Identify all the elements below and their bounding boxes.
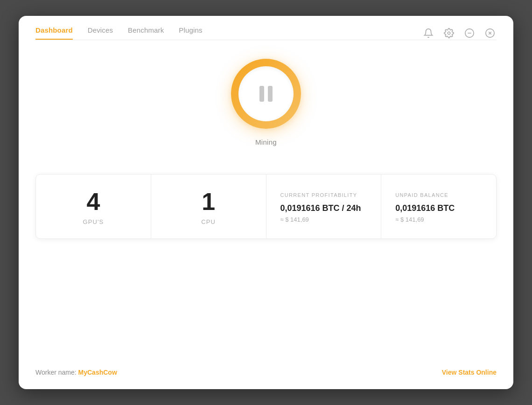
worker-label: Worker name: MyCashCow: [35, 369, 117, 376]
mining-toggle-button[interactable]: [231, 59, 301, 129]
cpu-label: CPU: [201, 218, 216, 225]
nav-item-dashboard[interactable]: Dashboard: [35, 26, 73, 40]
balance-value: 0,0191616 BTC: [395, 203, 455, 213]
gpu-label: GPU'S: [83, 218, 104, 225]
stat-gpu: 4 GPU'S: [36, 175, 151, 238]
profitability-value: 0,0191616 BTC / 24h: [280, 203, 361, 213]
stat-profitability: CURRENT PROFITABILITY 0,0191616 BTC / 24…: [266, 175, 382, 238]
stats-row: 4 GPU'S 1 CPU CURRENT PROFITABILITY 0,01…: [35, 174, 497, 239]
view-stats-link[interactable]: View Stats Online: [442, 369, 497, 376]
profitability-header: CURRENT PROFITABILITY: [280, 192, 357, 198]
pause-bar-left: [259, 86, 264, 102]
bell-icon[interactable]: [422, 27, 435, 40]
nav-item-plugins[interactable]: Plugins: [179, 26, 202, 40]
worker-prefix: Worker name:: [35, 369, 78, 376]
header-actions: [422, 27, 497, 40]
header: Dashboard Devices Benchmark Plugins: [19, 16, 513, 40]
worker-name: MyCashCow: [78, 369, 117, 376]
footer: Worker name: MyCashCow View Stats Online: [19, 369, 513, 389]
profitability-usd: ≈ $ 141,69: [280, 216, 309, 223]
pause-icon: [259, 86, 273, 102]
mining-button-wrapper: Mining: [231, 59, 301, 146]
mining-button-inner: [238, 66, 294, 121]
pause-bar-right: [268, 86, 273, 102]
nav-item-devices[interactable]: Devices: [88, 26, 113, 40]
cpu-count: 1: [202, 189, 215, 214]
nav: Dashboard Devices Benchmark Plugins: [35, 26, 203, 40]
nav-item-benchmark[interactable]: Benchmark: [128, 26, 164, 40]
svg-point-0: [448, 32, 450, 35]
app-window: Dashboard Devices Benchmark Plugins: [19, 16, 513, 389]
gpu-count: 4: [86, 189, 100, 214]
main-content: Mining 4 GPU'S 1 CPU CURRENT PROFITABILI…: [19, 40, 513, 369]
minimize-icon[interactable]: [463, 27, 476, 40]
mining-status-label: Mining: [255, 138, 277, 146]
stat-balance: UNPAID BALANCE 0,0191616 BTC ≈ $ 141,69: [381, 175, 496, 238]
balance-usd: ≈ $ 141,69: [395, 216, 424, 223]
gear-icon[interactable]: [442, 27, 455, 40]
close-icon[interactable]: [483, 27, 497, 40]
balance-header: UNPAID BALANCE: [395, 192, 448, 198]
stat-cpu: 1 CPU: [151, 175, 266, 238]
